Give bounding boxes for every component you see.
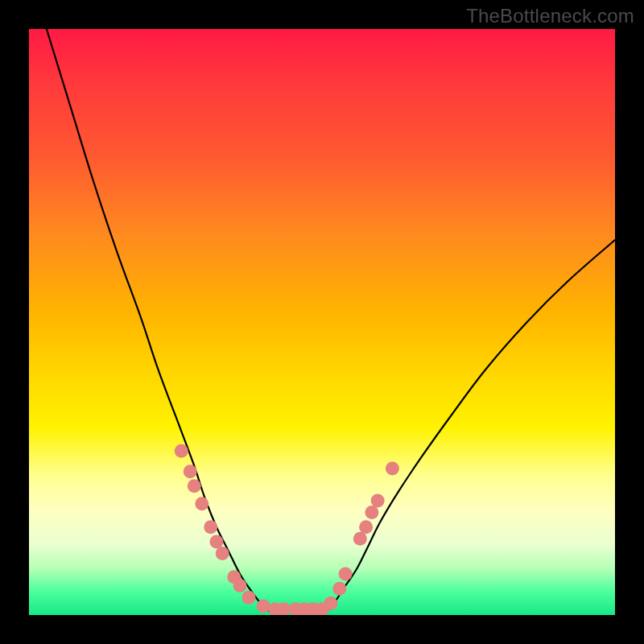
scatter-dot	[195, 497, 208, 510]
scatter-dot	[353, 532, 367, 546]
scatter-dot	[371, 494, 385, 508]
scatter-dot	[175, 444, 188, 458]
scatter-dot	[257, 600, 270, 613]
scatter-dot	[339, 568, 353, 581]
scatter-dot	[216, 547, 229, 560]
chart-svg	[29, 29, 615, 615]
scatter-dot	[359, 520, 373, 534]
plot-area	[29, 29, 615, 615]
scatter-dot	[233, 579, 247, 592]
scatter-dot	[324, 597, 337, 610]
watermark-text: TheBottleneck.com	[466, 5, 634, 27]
curve-left-curve	[47, 29, 275, 615]
curve-right-curve	[322, 240, 615, 615]
scatter-dot	[188, 479, 201, 493]
scatter-dot	[209, 535, 223, 549]
scatter-group	[175, 444, 399, 615]
scatter-dot	[365, 506, 378, 519]
curve-group	[47, 29, 615, 615]
scatter-dot	[386, 462, 399, 476]
scatter-dot	[184, 464, 197, 478]
chart-frame: TheBottleneck.com	[0, 0, 644, 644]
scatter-dot	[242, 591, 256, 605]
scatter-dot	[204, 520, 217, 534]
scatter-dot	[332, 582, 346, 596]
